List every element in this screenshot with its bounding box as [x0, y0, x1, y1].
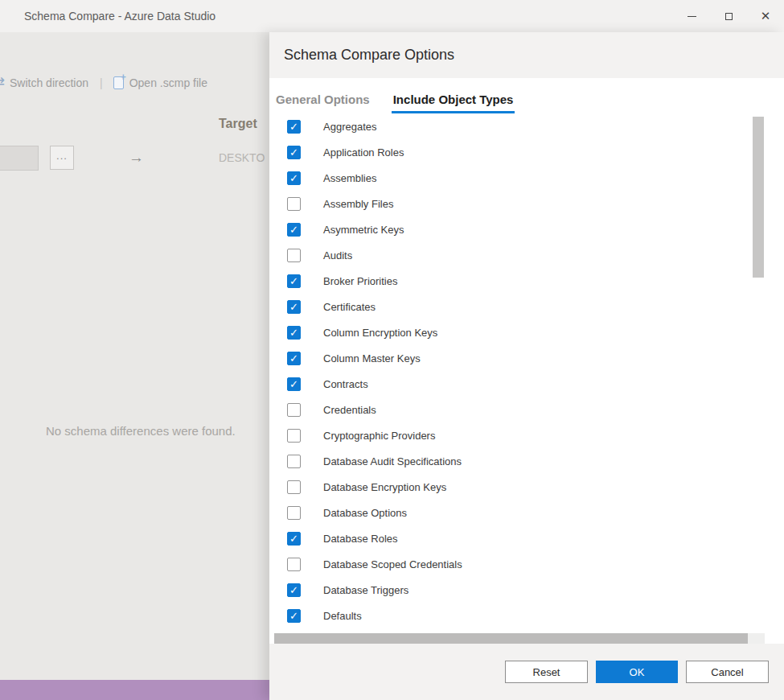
object-type-label: Database Roles: [323, 533, 398, 545]
checkbox-checked[interactable]: ✓: [287, 120, 301, 134]
checkbox-checked[interactable]: ✓: [287, 532, 301, 546]
object-type-row[interactable]: Credentials: [269, 397, 752, 422]
maximize-button[interactable]: [710, 0, 747, 32]
checkbox-checked[interactable]: ✓: [287, 326, 301, 340]
object-type-label: Database Encryption Keys: [323, 481, 446, 493]
object-type-label: Database Options: [323, 507, 407, 519]
object-type-row[interactable]: Database Audit Specifications: [269, 448, 752, 474]
app-window: Schema Compare - Azure Data Studio ✕ ⇄ S…: [0, 0, 784, 700]
checkbox-unchecked[interactable]: [287, 506, 301, 520]
checkbox-checked[interactable]: ✓: [287, 300, 301, 314]
object-type-label: Assemblies: [323, 172, 376, 184]
schema-compare-toolbar: ⇄ Switch direction | Open .scmp file: [0, 68, 269, 97]
minimize-button[interactable]: [673, 0, 710, 32]
horizontal-scrollbar-thumb[interactable]: [274, 633, 748, 644]
object-type-label: Contracts: [323, 378, 368, 390]
object-type-label: Asymmetric Keys: [323, 224, 404, 236]
no-differences-message: No schema differences were found.: [46, 424, 236, 438]
close-button[interactable]: ✕: [747, 0, 784, 32]
object-type-row[interactable]: ✓Broker Priorities: [269, 268, 752, 294]
checkbox-unchecked[interactable]: [287, 429, 301, 443]
target-heading: Target: [219, 117, 257, 131]
object-type-row[interactable]: Database Options: [269, 500, 752, 525]
object-type-row[interactable]: Database Scoped Credentials: [269, 551, 752, 577]
ok-button[interactable]: OK: [596, 661, 678, 683]
object-type-label: Database Audit Specifications: [323, 455, 462, 467]
status-bar: [0, 680, 269, 700]
switch-direction-button[interactable]: Switch direction: [10, 76, 88, 89]
checkbox-checked[interactable]: ✓: [287, 377, 301, 391]
source-dropdown-partial[interactable]: [0, 146, 39, 171]
object-type-row[interactable]: ✓Assemblies: [269, 165, 752, 191]
object-type-label: Cryptographic Providers: [323, 430, 435, 442]
object-type-row[interactable]: ✓Aggregates: [269, 113, 752, 139]
object-type-label: Aggregates: [323, 121, 377, 133]
object-type-label: Broker Priorities: [323, 275, 397, 287]
checkbox-checked[interactable]: ✓: [287, 171, 301, 185]
checkbox-unchecked[interactable]: [287, 480, 301, 494]
object-type-row[interactable]: ✓Database Roles: [269, 525, 752, 551]
object-type-row[interactable]: Assembly Files: [269, 191, 752, 216]
checkbox-checked[interactable]: ✓: [287, 223, 301, 237]
object-type-row[interactable]: Cryptographic Providers: [269, 422, 752, 448]
dialog-footer: Reset OK Cancel: [269, 644, 784, 700]
checkbox-checked[interactable]: ✓: [287, 609, 301, 623]
object-type-label: Certificates: [323, 301, 376, 313]
tab-general-options[interactable]: General Options: [274, 93, 371, 113]
checkbox-unchecked[interactable]: [287, 455, 301, 468]
checkbox-unchecked[interactable]: [287, 249, 301, 262]
target-dropdown-value[interactable]: DESKTO: [219, 146, 265, 170]
compare-direction-arrow-icon: →: [129, 146, 144, 170]
open-scmp-label: Open .scmp file: [129, 76, 207, 89]
object-type-label: Application Roles: [323, 146, 404, 159]
titlebar: Schema Compare - Azure Data Studio ✕: [0, 0, 784, 32]
schema-compare-options-dialog: Schema Compare Options General Options I…: [269, 32, 784, 700]
object-type-row[interactable]: ✓Column Encryption Keys: [269, 319, 752, 345]
close-icon: ✕: [761, 9, 771, 23]
object-type-row[interactable]: ✓Asymmetric Keys: [269, 216, 752, 242]
window-title: Schema Compare - Azure Data Studio: [24, 10, 215, 23]
object-type-label: Defaults: [323, 610, 362, 622]
object-type-list: ✓Aggregates✓Application Roles✓Assemblies…: [269, 113, 752, 628]
object-type-label: Column Encryption Keys: [323, 327, 437, 339]
toolbar-separator: |: [100, 76, 103, 89]
object-type-row[interactable]: Audits: [269, 242, 752, 268]
checkbox-checked[interactable]: ✓: [287, 352, 301, 365]
tab-include-object-types[interactable]: Include Object Types: [392, 93, 515, 113]
object-type-label: Column Master Keys: [323, 352, 421, 364]
switch-direction-label: Switch direction: [10, 76, 88, 89]
checkbox-unchecked[interactable]: [287, 403, 301, 417]
dialog-tabs: General Options Include Object Types: [269, 78, 784, 113]
dialog-header: Schema Compare Options: [269, 32, 784, 78]
cancel-button[interactable]: Cancel: [686, 661, 769, 683]
object-type-row[interactable]: ✓Certificates: [269, 294, 752, 319]
select-source-ellipsis-button[interactable]: ...: [50, 146, 74, 170]
object-type-row[interactable]: ✓Column Master Keys: [269, 345, 752, 371]
checkbox-checked[interactable]: ✓: [287, 274, 301, 288]
checkbox-checked[interactable]: ✓: [287, 146, 301, 159]
object-type-label: Database Scoped Credentials: [323, 558, 462, 570]
horizontal-scrollbar[interactable]: [274, 633, 765, 644]
open-file-icon: [113, 76, 124, 89]
object-type-row[interactable]: ✓Contracts: [269, 371, 752, 397]
object-type-label: Credentials: [323, 404, 376, 416]
dialog-title: Schema Compare Options: [284, 47, 454, 64]
object-type-row[interactable]: ✓Application Roles: [269, 139, 752, 165]
object-type-row[interactable]: Database Encryption Keys: [269, 474, 752, 500]
checkbox-checked[interactable]: ✓: [287, 583, 301, 597]
minimize-icon: [688, 16, 696, 17]
restore-icon: [725, 13, 733, 20]
object-type-row[interactable]: ✓Database Triggers: [269, 577, 752, 603]
checkbox-unchecked[interactable]: [287, 558, 301, 571]
object-type-label: Assembly Files: [323, 198, 393, 210]
object-type-label: Database Triggers: [323, 584, 408, 596]
checkbox-unchecked[interactable]: [287, 197, 301, 211]
reset-button[interactable]: Reset: [505, 661, 588, 683]
open-scmp-button[interactable]: Open .scmp file: [113, 76, 207, 89]
object-type-row[interactable]: ✓Defaults: [269, 603, 752, 628]
object-type-label: Audits: [323, 249, 352, 261]
window-controls: ✕: [673, 0, 784, 32]
vertical-scrollbar-thumb[interactable]: [753, 117, 764, 278]
schema-compare-editor-background: ⇄ Switch direction | Open .scmp file Tar…: [0, 32, 269, 700]
switch-direction-icon: ⇄: [0, 73, 5, 91]
